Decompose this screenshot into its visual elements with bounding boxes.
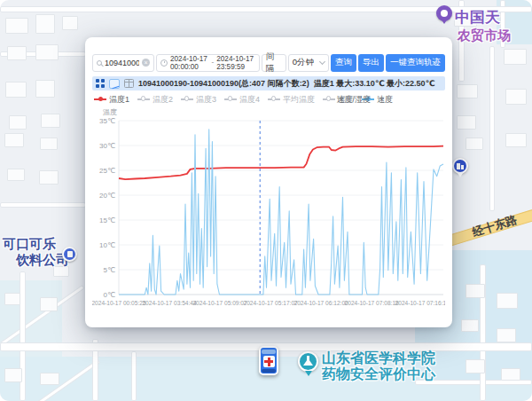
temp-stats: 温度1 最大:33.10℃ 最小:22.50℃ bbox=[314, 78, 435, 90]
query-dialog: 10941000 × 2024-10-17 00:00:00 - 2024-10… bbox=[85, 37, 452, 327]
legend-label: 温度2 bbox=[153, 94, 173, 106]
y-tick-label: 30℃ bbox=[99, 142, 115, 150]
screen: 中国天 农贸市场 可口可乐 饮料公司 经十东路 bbox=[0, 0, 532, 401]
line-chart-view-icon[interactable] bbox=[109, 79, 120, 89]
interval-select[interactable]: 0分钟 bbox=[288, 54, 329, 72]
legend-label: 速度 bbox=[377, 94, 393, 106]
y-tick-label: 15℃ bbox=[99, 216, 115, 224]
map-building bbox=[466, 284, 485, 298]
y-axis-title: 温度 bbox=[103, 108, 117, 116]
poi-label-institute-2: 药物安全评价中心 bbox=[322, 366, 435, 384]
map-building bbox=[7, 169, 25, 181]
legend-label: 温度1 bbox=[109, 94, 129, 106]
legend-item-平均温度[interactable]: 平均温度 bbox=[268, 94, 315, 106]
map-building bbox=[497, 328, 516, 342]
legend-label: 温度3 bbox=[196, 94, 216, 106]
map-building bbox=[7, 46, 27, 60]
x-tick-label: 2024-10-17 05:17:07 bbox=[243, 300, 298, 306]
map-road bbox=[131, 351, 137, 401]
market-pin-icon[interactable] bbox=[436, 5, 452, 21]
legend-inactive-marker bbox=[181, 98, 193, 100]
date-end: 2024-10-17 23:59:59 bbox=[216, 55, 254, 71]
clear-icon[interactable]: × bbox=[142, 59, 150, 67]
chart-legend: 温度1温度2温度3温度4平均温度湿度速度速度/湿度 bbox=[92, 93, 445, 106]
map-building bbox=[35, 44, 59, 60]
cola-poi-icon[interactable] bbox=[62, 247, 77, 262]
map-building bbox=[5, 82, 27, 98]
map-building bbox=[41, 114, 60, 128]
legend-inactive-marker bbox=[268, 98, 280, 100]
right-axis-title: 速度/湿度 bbox=[336, 94, 371, 106]
map-building bbox=[501, 368, 520, 381]
x-tick-label: 2024-10-17 07:16:19 bbox=[395, 300, 445, 306]
search-value: 10941000 bbox=[105, 59, 139, 67]
map-building bbox=[505, 89, 527, 105]
map-building bbox=[62, 16, 78, 30]
legend-label: 温度4 bbox=[239, 94, 260, 106]
x-tick-label: 2024-10-17 05:09:07 bbox=[192, 300, 247, 306]
x-tick-label: 2024-10-17 07:08:18 bbox=[345, 300, 400, 306]
map-building bbox=[35, 14, 55, 34]
map-building bbox=[40, 138, 58, 150]
map-road bbox=[0, 6, 532, 12]
x-tick-label: 2024-10-17 06:12:00 bbox=[294, 300, 349, 306]
y-tick-label: 5℃ bbox=[104, 266, 115, 274]
map-building bbox=[461, 319, 479, 332]
legend-label: 平均温度 bbox=[283, 94, 315, 106]
building-poi-icon[interactable] bbox=[452, 158, 468, 174]
chart-area[interactable]: 0℃5℃10℃15℃20℃25℃30℃35℃温度2024-10-17 00:05… bbox=[92, 106, 445, 332]
clock-icon bbox=[160, 59, 168, 67]
map-building bbox=[40, 373, 59, 385]
x-tick-label: 2024-10-17 00:05:25 bbox=[92, 300, 146, 306]
map-building bbox=[40, 297, 58, 311]
query-button[interactable]: 查询 bbox=[331, 54, 356, 72]
map-road bbox=[489, 46, 495, 211]
ambulance-vehicle-icon[interactable] bbox=[259, 346, 278, 375]
institute-flask-icon[interactable] bbox=[298, 351, 318, 372]
map-building bbox=[4, 293, 20, 305]
map-building bbox=[497, 293, 518, 309]
road-label: 经十东路 bbox=[471, 212, 520, 240]
map-building bbox=[505, 133, 527, 147]
legend-item-温度2[interactable]: 温度2 bbox=[137, 94, 173, 106]
legend-item-温度3[interactable]: 温度3 bbox=[181, 94, 216, 106]
date-separator: - bbox=[211, 59, 214, 67]
y-tick-label: 20℃ bbox=[99, 192, 115, 200]
map-building bbox=[9, 115, 27, 130]
y-tick-label: 10℃ bbox=[99, 241, 115, 249]
legend-item-温度1[interactable]: 温度1 bbox=[94, 94, 129, 106]
poi-label-cola-2: 饮料公司 bbox=[16, 252, 69, 269]
toolbar: 10941000 × 2024-10-17 00:00:00 - 2024-10… bbox=[92, 53, 445, 72]
y-tick-label: 35℃ bbox=[99, 117, 115, 125]
date-range-input[interactable]: 2024-10-17 00:00:00 - 2024-10-17 23:59:5… bbox=[156, 54, 260, 72]
poi-label-cola-1: 可口可乐 bbox=[3, 236, 56, 253]
table-view-icon[interactable] bbox=[124, 79, 134, 88]
info-bar: 10941000190-10941000190(总:407 间隔个数:2) 温度… bbox=[92, 76, 445, 90]
map-building bbox=[457, 115, 476, 130]
legend-inactive-marker bbox=[224, 98, 237, 100]
map-building bbox=[466, 359, 485, 373]
map-building bbox=[5, 18, 28, 34]
map-building bbox=[457, 84, 478, 98]
line-chart[interactable]: 0℃5℃10℃15℃20℃25℃30℃35℃温度2024-10-17 00:05… bbox=[92, 106, 445, 328]
interval-value: 0分钟 bbox=[293, 57, 314, 68]
map-building bbox=[39, 170, 59, 185]
track-query-button[interactable]: 一键查询轨迹 bbox=[386, 54, 445, 72]
x-tick-label: 2024-10-17 03:54:44 bbox=[142, 300, 197, 306]
grid-view-icon[interactable] bbox=[96, 79, 105, 88]
y-tick-label: 0℃ bbox=[104, 291, 115, 299]
poi-label-market-pin: 中国天 bbox=[455, 7, 500, 28]
map-building bbox=[4, 133, 24, 147]
legend-inactive-marker bbox=[137, 98, 150, 100]
export-button[interactable]: 导出 bbox=[358, 54, 384, 72]
legend-item-温度4[interactable]: 温度4 bbox=[224, 94, 260, 106]
search-input[interactable]: 10941000 × bbox=[92, 54, 154, 72]
series-温度1[interactable] bbox=[119, 146, 443, 180]
map-building bbox=[4, 368, 22, 382]
y-tick-label: 25℃ bbox=[99, 167, 115, 175]
chevron-down-icon bbox=[319, 59, 325, 65]
map-building bbox=[466, 138, 483, 150]
date-start: 2024-10-17 00:00:00 bbox=[170, 55, 208, 71]
legend-active-marker bbox=[94, 98, 106, 100]
map-building bbox=[504, 49, 527, 65]
